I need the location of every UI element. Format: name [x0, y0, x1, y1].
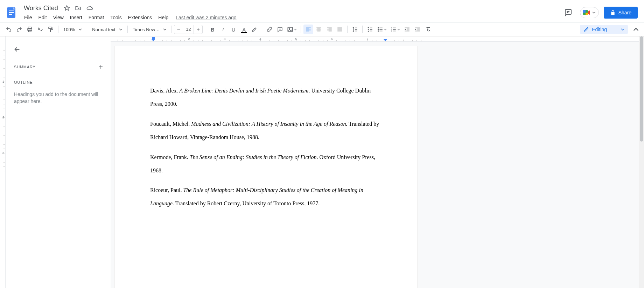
citation-entry[interactable]: Davis, Alex. A Broken Line: Denis Devlin…	[150, 84, 382, 111]
bold-button[interactable]: B	[208, 25, 217, 34]
line-spacing-button[interactable]	[350, 25, 360, 34]
underline-button[interactable]: U	[229, 25, 238, 34]
scrollbar-thumb[interactable]	[640, 36, 643, 142]
zoom-dropdown[interactable]: 100%	[61, 25, 85, 34]
svg-rect-6	[583, 10, 586, 13]
style-value: Normal text	[92, 27, 115, 32]
svg-point-16	[378, 30, 379, 31]
outline-close-button[interactable]	[13, 46, 103, 55]
titlebar: Works Cited File Edit View Insert Format…	[0, 0, 644, 22]
separator	[87, 26, 87, 33]
bulleted-list-button[interactable]	[376, 25, 388, 34]
citation-entry[interactable]: Ricoeur, Paul. The Rule of Metaphor: Mul…	[150, 184, 382, 210]
font-size-group: − 12 +	[174, 25, 203, 34]
meet-button[interactable]	[580, 7, 599, 18]
docs-logo[interactable]	[4, 6, 18, 20]
star-icon[interactable]	[64, 5, 70, 11]
citation-entry[interactable]: Kermode, Frank. The Sense of an Ending: …	[150, 151, 382, 177]
align-left-button[interactable]	[303, 25, 313, 34]
numbered-list-button[interactable]: 123	[389, 25, 401, 34]
highlight-button[interactable]	[250, 25, 259, 34]
print-button[interactable]	[25, 25, 35, 34]
outline-placeholder: Headings you add to the document will ap…	[14, 91, 103, 105]
menu-file[interactable]: File	[22, 13, 35, 22]
increase-indent-button[interactable]	[413, 25, 422, 34]
menu-view[interactable]: View	[51, 13, 66, 22]
svg-point-14	[378, 27, 379, 28]
vertical-scrollbar[interactable]	[639, 36, 644, 288]
separator	[127, 26, 128, 33]
insert-image-button[interactable]	[286, 25, 298, 34]
page[interactable]: Davis, Alex. A Broken Line: Denis Devlin…	[114, 46, 418, 288]
font-size-decrease[interactable]: −	[174, 25, 183, 34]
menu-extensions[interactable]: Extensions	[126, 13, 154, 22]
svg-point-15	[378, 29, 379, 30]
font-size-input[interactable]: 12	[183, 25, 194, 34]
document-area: 1234567 Davis, Alex. A Broken Line: Deni…	[111, 36, 644, 288]
add-summary-button[interactable]: +	[99, 64, 103, 69]
separator	[301, 26, 301, 33]
separator	[362, 26, 363, 33]
decrease-indent-button[interactable]	[402, 25, 412, 34]
summary-header: SUMMARY +	[14, 64, 103, 69]
svg-marker-4	[64, 6, 69, 11]
workspace: 123 SUMMARY + OUTLINE Headings you add t…	[0, 36, 644, 288]
summary-label: SUMMARY	[14, 65, 36, 69]
align-right-button[interactable]	[324, 25, 334, 34]
menubar: File Edit View Insert Format Tools Exten…	[21, 13, 561, 22]
svg-rect-12	[288, 27, 293, 32]
share-button[interactable]: Share	[604, 7, 638, 19]
title-icons	[64, 5, 93, 11]
move-icon[interactable]	[75, 5, 81, 11]
title-center: Works Cited File Edit View Insert Format…	[21, 4, 561, 22]
menu-help[interactable]: Help	[156, 13, 171, 22]
svg-rect-3	[9, 14, 12, 15]
paint-format-button[interactable]	[46, 25, 56, 34]
font-size-increase[interactable]: +	[194, 25, 202, 34]
hide-menus-button[interactable]	[631, 25, 640, 34]
horizontal-ruler[interactable]: 1234567	[111, 36, 644, 42]
menu-insert[interactable]: Insert	[68, 13, 85, 22]
outline-panel: SUMMARY + OUTLINE Headings you add to th…	[6, 36, 111, 288]
menu-tools[interactable]: Tools	[108, 13, 124, 22]
divider	[14, 73, 103, 73]
italic-button[interactable]: I	[218, 25, 228, 34]
font-dropdown[interactable]: Times New…	[130, 25, 170, 34]
separator	[205, 26, 205, 33]
cloud-icon[interactable]	[86, 5, 93, 11]
editing-mode-dropdown[interactable]: Editing	[580, 25, 628, 34]
add-comment-button[interactable]	[275, 25, 285, 34]
checklist-button[interactable]	[365, 25, 375, 34]
doc-title-input[interactable]: Works Cited	[22, 4, 60, 13]
separator	[58, 26, 58, 33]
title-row: Works Cited	[21, 4, 561, 13]
svg-rect-1	[9, 11, 14, 11]
undo-button[interactable]	[4, 25, 14, 34]
svg-rect-11	[49, 27, 52, 29]
clear-format-button[interactable]	[423, 25, 433, 34]
zoom-value: 100%	[63, 27, 75, 32]
citation-entry[interactable]: Foucault, Michel. Madness and Civilizati…	[150, 117, 382, 144]
redo-button[interactable]	[14, 25, 24, 34]
outline-label: OUTLINE	[14, 80, 103, 84]
separator	[172, 26, 172, 33]
document-canvas[interactable]: Davis, Alex. A Broken Line: Denis Devlin…	[111, 42, 644, 288]
comments-history-icon[interactable]	[561, 6, 575, 20]
spellcheck-button[interactable]	[35, 25, 45, 34]
svg-rect-2	[9, 12, 14, 13]
separator	[347, 26, 348, 33]
menu-format[interactable]: Format	[86, 13, 106, 22]
svg-rect-7	[586, 13, 588, 15]
font-value: Times New…	[133, 27, 160, 32]
insert-link-button[interactable]	[265, 25, 274, 34]
align-center-button[interactable]	[314, 25, 324, 34]
mode-label: Editing	[592, 27, 607, 32]
separator	[262, 26, 262, 33]
menu-edit[interactable]: Edit	[36, 13, 49, 22]
text-color-button[interactable]: A	[239, 25, 249, 34]
align-justify-button[interactable]	[335, 25, 345, 34]
vertical-ruler[interactable]: 123	[0, 36, 6, 288]
last-edit-link[interactable]: Last edit was 2 minutes ago	[176, 15, 237, 20]
paragraph-style-dropdown[interactable]: Normal text	[89, 25, 125, 34]
title-right: Share	[561, 6, 640, 20]
